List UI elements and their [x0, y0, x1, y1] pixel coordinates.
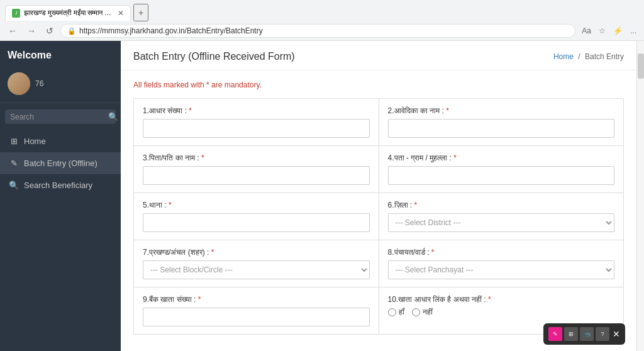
menu-button[interactable]: ... — [628, 25, 639, 36]
address-label: 4.पता - ग्राम / मुहल्ला : * — [388, 153, 615, 162]
overlay-icon-4[interactable]: ? — [596, 327, 609, 341]
search-box[interactable]: 🔍 — [5, 109, 116, 124]
form-row-2: 3.पिता/पति का नाम : * 4.पता - ग्राम / मु… — [134, 146, 623, 193]
panchayat-label: 8.पंचायत/वार्ड : * — [388, 248, 615, 257]
form-container: All fields marked with * are mandatory. … — [121, 70, 636, 351]
url-bar[interactable]: 🔒 https://mmmsy.jharkhand.gov.in/BatchEn… — [60, 24, 575, 38]
tab-bar: J झारखण्ड मुख्यमंत्री मईंया सम्मान यो...… — [0, 0, 644, 21]
aadhar-link-no-radio[interactable] — [412, 308, 420, 316]
aadhar-label: 1.आधार संख्या : * — [143, 106, 370, 115]
district-select[interactable]: --- Select District --- — [388, 213, 615, 232]
form-row-4: 7.प्रखण्ड/अंचल (शहर) : * --- Select Bloc… — [134, 240, 623, 287]
tab-favicon: J — [12, 9, 20, 18]
active-tab[interactable]: J झारखण्ड मुख्यमंत्री मईंया सम्मान यो...… — [5, 5, 131, 21]
block-select[interactable]: --- Select Block/Circle --- — [143, 260, 370, 279]
bookmark-button[interactable]: ☆ — [596, 25, 608, 36]
page-title: Batch Entry (Offline Received Form) — [133, 51, 295, 62]
aadhar-input[interactable] — [143, 119, 370, 138]
form-cell-district: 6.ज़िला : * --- Select District --- — [379, 193, 624, 240]
sidebar-item-search-beneficiary[interactable]: 🔍 Search Beneficiary — [0, 174, 121, 196]
user-id: 76 — [35, 79, 43, 88]
url-text: https://mmmsy.jharkhand.gov.in/BatchEntr… — [79, 26, 569, 35]
sidebar-item-batch-label: Batch Entry (Offline) — [24, 159, 97, 168]
form-row-3: 5.थाना : * 6.ज़िला : * --- Select Distri… — [134, 193, 623, 240]
form-row-1: 1.आधार संख्या : * 2.आवेदिका का नाम : * — [134, 99, 623, 146]
panchayat-select[interactable]: --- Select Panchayat --- — [388, 260, 615, 279]
welcome-header: Welcome — [0, 41, 121, 67]
avatar-image — [8, 72, 30, 95]
address-bar: ← → ↺ 🔒 https://mmmsy.jharkhand.gov.in/B… — [0, 21, 644, 40]
aadhar-link-yes-radio[interactable] — [388, 308, 396, 316]
bank-account-input[interactable] — [143, 308, 370, 326]
sidebar-item-batch-entry[interactable]: ✎ Batch Entry (Offline) — [0, 152, 121, 174]
sidebar-item-home[interactable]: ⊞ Home — [0, 130, 121, 152]
main-content: Batch Entry (Offline Received Form) Home… — [121, 41, 636, 351]
avatar — [8, 72, 30, 95]
breadcrumb-separator: / — [578, 52, 580, 61]
aadhar-link-yes-label[interactable]: हाँ — [388, 308, 404, 316]
scrollbar-thumb — [638, 53, 644, 79]
back-button[interactable]: ← — [5, 25, 20, 37]
sidebar-item-home-label: Home — [24, 136, 46, 146]
thana-label: 5.थाना : * — [143, 201, 370, 209]
lock-icon: 🔒 — [67, 27, 76, 35]
search-beneficiary-icon: 🔍 — [9, 181, 19, 190]
form-cell-block: 7.प्रखण्ड/अंचल (शहर) : * --- Select Bloc… — [134, 240, 379, 287]
form-cell-father-name: 3.पिता/पति का नाम : * — [134, 146, 379, 192]
form-cell-address: 4.पता - ग्राम / मुहल्ला : * — [379, 146, 624, 192]
address-input[interactable] — [388, 166, 615, 185]
overlay-icon-1[interactable]: ✎ — [548, 327, 562, 341]
page-scrollbar[interactable] — [636, 41, 644, 351]
aadhar-link-label: 10.खाता आधार लिंक है अथवा नहीं : * — [388, 295, 615, 304]
page-header: Batch Entry (Offline Received Form) Home… — [121, 41, 636, 70]
form-cell-panchayat: 8.पंचायत/वार्ड : * --- Select Panchayat … — [379, 240, 624, 287]
breadcrumb-current: Batch Entry — [585, 52, 624, 61]
overlay-icon-3[interactable]: 📹 — [580, 327, 594, 341]
overlay-close-button[interactable]: ✕ — [613, 329, 620, 339]
nav-menu: ⊞ Home ✎ Batch Entry (Offline) 🔍 Search … — [0, 130, 121, 196]
applicant-name-label: 2.आवेदिका का नाम : * — [388, 106, 615, 115]
sidebar: Welcome 76 🔍 ⊞ Home ✎ Batch Entry (Offli… — [0, 41, 121, 351]
browser-chrome: J झारखण्ड मुख्यमंत्री मईंया सम्मान यो...… — [0, 0, 644, 41]
form-cell-aadhar: 1.आधार संख्या : * — [134, 99, 379, 145]
refresh-button[interactable]: ↺ — [43, 25, 57, 37]
extensions-button[interactable]: ⚡ — [611, 25, 625, 36]
breadcrumb: Home / Batch Entry — [553, 52, 624, 61]
edit-icon: ✎ — [9, 159, 19, 168]
thana-input[interactable] — [143, 213, 370, 232]
father-name-input[interactable] — [143, 166, 370, 185]
app-body: Welcome 76 🔍 ⊞ Home ✎ Batch Entry (Offli… — [0, 41, 644, 351]
applicant-name-input[interactable] — [388, 119, 615, 138]
form-cell-thana: 5.थाना : * — [134, 193, 379, 240]
sidebar-search-button[interactable]: 🔍 — [108, 112, 118, 121]
aadhar-link-radio-group: हाँ नहीं — [388, 308, 615, 316]
bank-account-label: 9.बैंक खाता संख्या : * — [143, 295, 370, 304]
breadcrumb-home[interactable]: Home — [553, 52, 574, 61]
form-section: 1.आधार संख्या : * 2.आवेदिका का नाम : * — [133, 98, 624, 335]
screen-marker-overlay[interactable]: ✎ ⊞ 📹 ? ✕ — [543, 323, 625, 345]
reader-mode-button[interactable]: Aa — [579, 25, 594, 36]
overlay-icon-2[interactable]: ⊞ — [564, 327, 578, 341]
tab-title: झारखण्ड मुख्यमंत्री मईंया सम्मान यो... — [24, 9, 111, 17]
user-profile: 76 — [0, 67, 121, 103]
forward-button[interactable]: → — [24, 25, 39, 37]
father-name-label: 3.पिता/पति का नाम : * — [143, 153, 370, 162]
form-cell-bank-account: 9.बैंक खाता संख्या : * — [134, 287, 379, 334]
home-icon: ⊞ — [9, 136, 19, 146]
form-cell-applicant-name: 2.आवेदिका का नाम : * — [379, 99, 624, 145]
tab-close-button[interactable]: ✕ — [118, 9, 124, 18]
district-label: 6.ज़िला : * — [388, 201, 615, 209]
browser-actions: Aa ☆ ⚡ ... — [579, 25, 639, 36]
new-tab-button[interactable]: + — [133, 4, 148, 21]
block-label: 7.प्रखण्ड/अंचल (शहर) : * — [143, 248, 370, 257]
mandatory-note: All fields marked with * are mandatory. — [133, 81, 624, 89]
sidebar-item-search-label: Search Beneficiary — [24, 181, 92, 190]
aadhar-link-no-label[interactable]: नहीं — [412, 308, 433, 316]
sidebar-search-input[interactable] — [10, 113, 104, 121]
